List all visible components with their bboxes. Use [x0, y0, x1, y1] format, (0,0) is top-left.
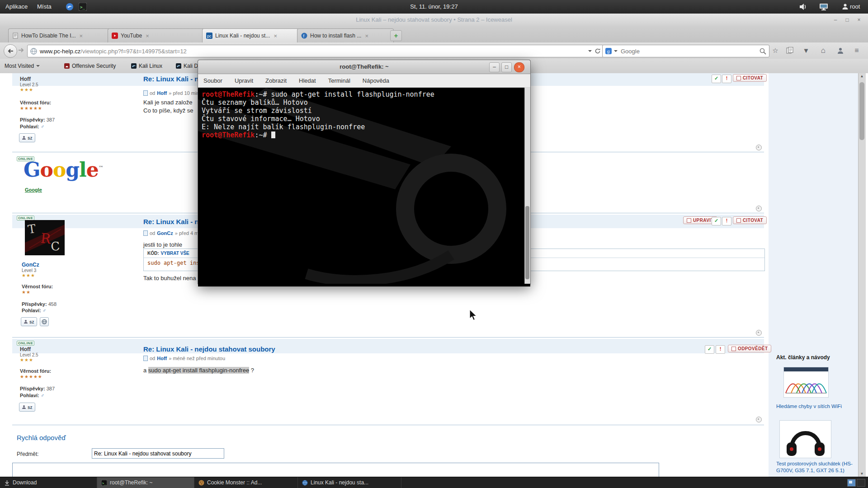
terminal-menu-search[interactable]: Hledat — [299, 77, 316, 84]
approve-icon[interactable]: ✓ — [712, 217, 721, 225]
tab-howto-disable[interactable]: HowTo Disable The I... × — [8, 28, 110, 42]
reload-icon[interactable] — [594, 48, 601, 54]
reply-button[interactable]: ODPOVĚDĚT — [728, 345, 771, 352]
tab-close-icon[interactable]: × — [146, 33, 149, 39]
bookmark-kali-linux[interactable]: Kali Linux — [131, 61, 162, 70]
bookmark-kali-docs[interactable]: Kali D — [176, 61, 198, 70]
reply-textarea[interactable] — [12, 463, 659, 477]
meta-author[interactable]: Hoff — [157, 90, 167, 96]
downloads-icon[interactable]: ▼ — [801, 46, 811, 55]
select-all-link[interactable]: VYBRAT VŠE — [161, 251, 189, 256]
terminal-window[interactable]: root@TheRefik: ~ – □ × Soubor Upravit Zo… — [198, 60, 531, 284]
terminal-maximize-button[interactable]: □ — [501, 62, 512, 72]
terminal-launcher-icon[interactable]: >_ — [79, 3, 87, 11]
terminal-menu-help[interactable]: Nápověda — [363, 77, 389, 84]
post-end-marker[interactable] — [756, 206, 762, 211]
post-author[interactable]: Hoff — [20, 76, 31, 82]
applications-menu[interactable]: Aplikace — [1, 0, 32, 14]
tab-install-flash[interactable]: f How to install flash ... × — [297, 28, 394, 42]
bookmark-offensive-security[interactable]: Offensive Security — [64, 61, 116, 70]
terminal-menu-view[interactable]: Zobrazit — [265, 77, 287, 84]
tab-close-icon[interactable]: × — [80, 33, 83, 39]
private-message-button[interactable]: sz — [21, 317, 37, 326]
tab-close-icon[interactable]: × — [274, 33, 277, 39]
terminal-titlebar[interactable]: root@TheRefik: ~ – □ × — [198, 60, 530, 74]
post-title[interactable]: Re: Linux Kali - nejdou stahovat soubory — [143, 345, 275, 353]
home-icon[interactable]: ⌂ — [818, 46, 828, 55]
taskbar-item-terminal[interactable]: >_ root@TheRefik: ~ — [97, 477, 194, 488]
private-message-button[interactable]: sz — [19, 403, 35, 412]
search-bar[interactable]: g — [602, 45, 769, 57]
terminal-menu-terminal[interactable]: Terminál — [328, 77, 350, 84]
browser-titlebar[interactable]: Linux Kali – nejdou stahovat soubory • S… — [0, 14, 868, 27]
search-input[interactable] — [620, 47, 757, 55]
window-maximize-button[interactable]: □ — [843, 16, 852, 24]
taskbar-item-cookie-monster[interactable]: Cookie Monster :: Ad... — [194, 477, 298, 488]
google-logo[interactable]: Google™ — [24, 158, 104, 181]
post-author[interactable]: GonCz — [22, 262, 39, 268]
search-icon[interactable] — [760, 48, 766, 55]
tab-close-icon[interactable]: × — [365, 33, 368, 39]
meta-author[interactable]: GonCz — [157, 230, 173, 236]
quote-button[interactable]: CITOVAT — [733, 216, 767, 224]
scrollbar-thumb[interactable] — [859, 82, 864, 140]
website-button[interactable] — [40, 317, 49, 326]
sidebar-article-link[interactable]: Hledáme chyby v sítích WiFi — [776, 403, 857, 410]
terminal-menu-edit[interactable]: Upravit — [235, 77, 253, 84]
back-button[interactable] — [4, 44, 17, 58]
headphones-article-thumbnail[interactable] — [779, 420, 831, 458]
meta-author[interactable]: Hoff — [157, 356, 167, 361]
url-dropdown-icon[interactable] — [588, 50, 592, 52]
forward-button[interactable] — [18, 47, 24, 53]
sidebar-article-link[interactable]: Test prostorových sluchátek (HS-G700V, G… — [776, 460, 857, 474]
workspace-1-active[interactable] — [847, 479, 856, 487]
workspace-2[interactable] — [857, 479, 865, 487]
scroll-up-icon[interactable]: ▲ — [859, 73, 865, 80]
taskbar-item-browser[interactable]: Linux Kali - nejdou sta... — [298, 477, 401, 488]
terminal-minimize-button[interactable]: – — [489, 62, 500, 72]
terminal-scrollbar-thumb[interactable] — [525, 206, 529, 279]
taskbar-item-download[interactable]: Download — [0, 477, 97, 488]
selected-text[interactable]: sudo apt-get install flashplugin-nonfree — [148, 367, 249, 374]
report-icon[interactable]: ! — [722, 217, 731, 225]
wifi-article-thumbnail[interactable] — [783, 367, 829, 398]
search-engine-icon[interactable]: g — [605, 48, 612, 54]
ad-link[interactable]: Google — [25, 187, 42, 192]
search-engine-dropdown-icon[interactable] — [614, 50, 618, 52]
post-end-marker[interactable] — [756, 417, 762, 422]
page-scrollbar[interactable]: ▲ ▼ — [858, 73, 866, 477]
bookmark-most-visited[interactable]: Most Visited — [5, 61, 40, 70]
bookmarks-panel-icon[interactable] — [785, 46, 795, 55]
window-minimize-button[interactable]: – — [831, 16, 840, 24]
approve-icon[interactable]: ✓ — [712, 75, 721, 83]
account-icon[interactable] — [835, 46, 845, 55]
scroll-down-icon[interactable]: ▼ — [859, 471, 865, 477]
url-bar[interactable]: www.pc-help.cz /viewtopic.php?f=97&t=149… — [27, 45, 604, 57]
user-icon[interactable] — [842, 3, 849, 10]
private-message-button[interactable]: sz — [19, 133, 35, 142]
clock[interactable]: St, 11. únor, 19:27 — [410, 0, 458, 14]
bookmark-star-icon[interactable]: ☆ — [770, 46, 780, 55]
tab-youtube[interactable]: YouTube × — [108, 28, 204, 42]
menu-icon[interactable]: ≡ — [852, 46, 862, 55]
quote-button[interactable]: CITOVAT — [733, 74, 767, 82]
display-settings-icon[interactable] — [819, 3, 829, 11]
terminal-close-button[interactable]: × — [514, 62, 524, 72]
browser-launcher-icon[interactable] — [66, 3, 74, 11]
report-icon[interactable]: ! — [722, 75, 731, 83]
places-menu[interactable]: Místa — [33, 0, 56, 14]
volume-icon[interactable] — [799, 3, 808, 10]
avatar[interactable]: TRC — [25, 220, 65, 255]
post-end-marker[interactable] — [756, 145, 762, 150]
terminal-output-area[interactable]: root@TheRefik:~# sudo apt-get install fl… — [198, 88, 530, 286]
terminal-menu-file[interactable]: Soubor — [203, 77, 222, 84]
approve-icon[interactable]: ✓ — [705, 345, 714, 354]
subject-input[interactable] — [92, 448, 224, 459]
terminal-scrollbar[interactable] — [524, 88, 530, 284]
window-close-button[interactable]: × — [854, 16, 863, 24]
new-tab-button[interactable]: + — [390, 30, 402, 41]
tab-linux-kali-active[interactable]: pc Linux Kali - nejdou st... × — [202, 28, 299, 42]
user-menu[interactable]: root — [848, 0, 862, 14]
post-author[interactable]: Hoff — [20, 346, 31, 352]
report-icon[interactable]: ! — [716, 345, 725, 354]
